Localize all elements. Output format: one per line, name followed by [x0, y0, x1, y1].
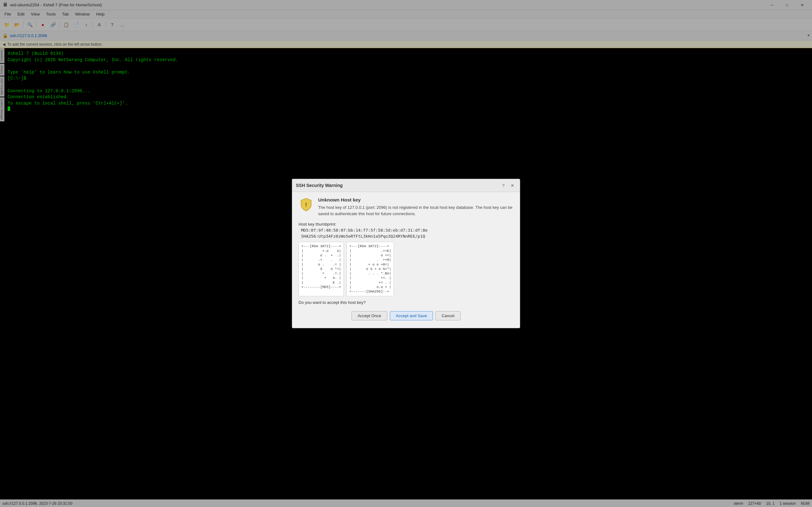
- accept-once-button[interactable]: Accept Once: [351, 311, 387, 320]
- dialog-header-row: ! Unknown Host key The host key of 127.0…: [299, 197, 513, 217]
- fingerprint-art: +---[RSA 3072]----+ | +.o o| | o . + .| …: [299, 242, 513, 296]
- dialog-titlebar: SSH Security Warning ? ✕: [292, 179, 520, 192]
- sha256-art: +---[RSA 3072]----+ | .+=E| | o ==| | . …: [346, 242, 394, 296]
- dialog-help-btn[interactable]: ?: [500, 181, 507, 189]
- cancel-button[interactable]: Cancel: [436, 311, 460, 320]
- fingerprint-section: Host key thumbprint: MD5:0f:9f:40:58:07:…: [299, 222, 513, 239]
- sha256-value: SHA256:Utp34Fz0zWo5eRTFtL3kHn1a5Pqo3Q24R…: [299, 234, 513, 239]
- dialog-buttons: Accept Once Accept and Save Cancel: [299, 310, 513, 323]
- dialog-heading: Unknown Host key: [318, 197, 513, 203]
- dialog-title: SSH Security Warning: [296, 183, 343, 188]
- dialog-close-btn[interactable]: ✕: [508, 181, 516, 189]
- md5-art: +---[RSA 3072]----+ | +.o o| | o . + .| …: [299, 242, 344, 296]
- dialog-overlay: SSH Security Warning ? ✕ ! Unknown Host …: [0, 0, 812, 507]
- dialog-titlebar-btns: ? ✕: [500, 181, 516, 189]
- dialog-description: The host key of 127.0.0.1 (port: 2096) i…: [318, 205, 513, 217]
- dialog-header-text: Unknown Host key The host key of 127.0.0…: [318, 197, 513, 217]
- svg-text:!: !: [305, 202, 307, 208]
- fingerprint-label: Host key thumbprint:: [299, 222, 513, 227]
- ssh-security-dialog: SSH Security Warning ? ✕ ! Unknown Host …: [292, 179, 520, 328]
- md5-value: MD5:0f:9f:40:58:07:bb:14:f7:5f:58:3d:eb:…: [299, 228, 513, 233]
- accept-save-button[interactable]: Accept and Save: [390, 311, 433, 320]
- dialog-question: Do you want to accept this host key?: [299, 300, 513, 305]
- security-shield-icon: !: [299, 197, 314, 212]
- dialog-body: ! Unknown Host key The host key of 127.0…: [292, 192, 520, 328]
